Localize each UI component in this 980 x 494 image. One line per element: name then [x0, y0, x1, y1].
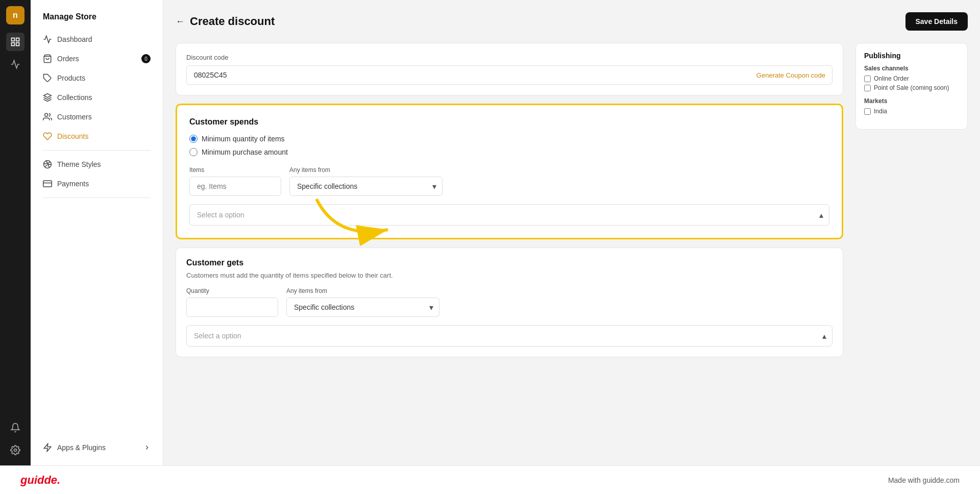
sidebar-icon-shop[interactable]	[6, 33, 24, 51]
publishing-card: Publishing Sales channels Online Order P…	[855, 43, 968, 130]
svg-point-8	[45, 113, 48, 116]
items-field-group: Items	[189, 166, 281, 196]
svg-marker-12	[44, 444, 51, 452]
sidebar-item-discounts[interactable]: Discounts	[31, 127, 163, 146]
select-option-dropdown[interactable]: Select a option	[189, 204, 829, 226]
nav-divider-2	[43, 197, 151, 198]
main-content: ← Create discount Save Details Discount …	[163, 0, 980, 465]
sidebar-item-payments[interactable]: Payments	[31, 174, 163, 193]
quantity-label: Quantity	[186, 287, 278, 294]
generate-coupon-link[interactable]: Generate Coupon code	[756, 71, 825, 79]
customer-gets-title: Customer gets	[186, 258, 832, 267]
payments-icon	[43, 179, 52, 188]
svg-marker-7	[44, 94, 52, 98]
any-items-from-select[interactable]: Specific collections	[289, 177, 443, 196]
pos-checkbox-item: Point of Sale (coming soon)	[864, 84, 959, 91]
chevron-right-icon	[143, 444, 151, 451]
svg-rect-1	[16, 38, 19, 41]
icon-sidebar: n	[0, 0, 31, 465]
page-header: ← Create discount Save Details	[176, 12, 968, 31]
back-button[interactable]: ←	[176, 16, 185, 27]
footer-tagline: Made with guidde.com	[888, 476, 960, 484]
sidebar-item-products[interactable]: Products	[31, 68, 163, 88]
nav-divider	[43, 150, 151, 151]
notification-icon[interactable]	[6, 418, 24, 437]
any-items-from-label: Any items from	[289, 166, 443, 174]
sidebar-icon-chart[interactable]	[6, 55, 24, 73]
sidebar-item-collections[interactable]: Collections	[31, 88, 163, 107]
customer-gets-items-row: Quantity Any items from Specific collect…	[186, 287, 832, 317]
orders-badge: 0	[141, 54, 151, 63]
india-checkbox-item: India	[864, 108, 959, 115]
products-icon	[43, 73, 52, 83]
sidebar-item-theme-styles[interactable]: Theme Styles	[31, 155, 163, 174]
code-input-wrapper: Generate Coupon code	[186, 65, 832, 85]
markets-label: Markets	[864, 97, 959, 105]
sidebar-item-dashboard[interactable]: Dashboard	[31, 30, 163, 49]
markets-section: Markets India	[864, 97, 959, 115]
radio-min-qty-input[interactable]	[189, 135, 198, 143]
theme-icon	[43, 160, 52, 169]
online-order-checkbox[interactable]	[864, 76, 871, 82]
items-input[interactable]	[189, 177, 281, 196]
publishing-title: Publishing	[864, 52, 959, 60]
apps-plugins-item[interactable]: Apps & Plugins	[31, 438, 163, 457]
app-logo[interactable]: n	[6, 6, 24, 24]
nav-panel: Manage Store Dashboard Orders 0 Products…	[31, 0, 163, 465]
quantity-input[interactable]	[186, 298, 278, 317]
gets-any-items-from-select[interactable]: Specific collections	[286, 298, 439, 317]
radio-group: Minimum quantity of items Minimum purcha…	[189, 135, 829, 156]
gets-any-items-from-group: Any items from Specific collections ▾	[286, 287, 439, 317]
items-label: Items	[189, 166, 281, 174]
svg-point-4	[14, 449, 17, 452]
footer: guidde. Made with guidde.com	[0, 465, 980, 494]
any-items-from-select-wrapper: Specific collections ▾	[289, 177, 443, 196]
svg-rect-2	[16, 43, 19, 46]
settings-icon[interactable]	[6, 441, 24, 459]
discounts-icon	[43, 132, 52, 141]
dashboard-icon	[43, 35, 52, 44]
sales-channels-section: Sales channels Online Order Point of Sal…	[864, 65, 959, 91]
page-title: Create discount	[190, 15, 275, 28]
title-row: ← Create discount	[176, 15, 275, 28]
any-items-from-group: Any items from Specific collections ▾	[289, 166, 443, 196]
svg-rect-10	[43, 181, 52, 187]
store-title: Manage Store	[31, 8, 163, 30]
radio-min-qty[interactable]: Minimum quantity of items	[189, 135, 829, 143]
svg-rect-0	[12, 38, 15, 41]
orders-icon	[43, 54, 52, 63]
sidebar-item-orders[interactable]: Orders 0	[31, 49, 163, 68]
gets-select-option-row: Select a option ▴	[186, 325, 832, 347]
discount-code-card: Discount code Generate Coupon code	[176, 43, 843, 95]
footer-logo: guidde.	[20, 474, 60, 487]
quantity-field-group: Quantity	[186, 287, 278, 317]
customer-spends-card: Customer spends Minimum quantity of item…	[176, 104, 843, 239]
sales-channels-label: Sales channels	[864, 65, 959, 72]
content-layout: Discount code Generate Coupon code Custo…	[176, 43, 968, 357]
gets-select-option-dropdown[interactable]: Select a option	[186, 325, 832, 347]
discount-code-input[interactable]	[186, 65, 832, 85]
gets-any-items-from-label: Any items from	[286, 287, 439, 294]
sidebar-item-customers[interactable]: Customers	[31, 107, 163, 127]
online-order-checkbox-item: Online Order	[864, 75, 959, 82]
select-option-row: Select a option ▴	[189, 204, 829, 226]
right-sidebar: Publishing Sales channels Online Order P…	[855, 43, 968, 357]
svg-rect-3	[12, 43, 15, 46]
collections-icon	[43, 93, 52, 102]
gets-any-items-from-select-wrapper: Specific collections ▾	[286, 298, 439, 317]
customers-icon	[43, 112, 52, 121]
india-checkbox[interactable]	[864, 108, 871, 115]
items-row: Items Any items from Specific collection…	[189, 166, 829, 196]
customer-spends-title: Customer spends	[189, 117, 829, 127]
apps-icon	[43, 443, 52, 452]
content-main: Discount code Generate Coupon code Custo…	[176, 43, 843, 357]
radio-min-amount[interactable]: Minimum purchase amount	[189, 148, 829, 156]
radio-min-amount-input[interactable]	[189, 148, 198, 156]
save-details-button[interactable]: Save Details	[905, 12, 968, 31]
pos-checkbox[interactable]	[864, 85, 871, 91]
discount-code-label: Discount code	[186, 54, 832, 61]
customer-gets-subtitle: Customers must add the quantity of items…	[186, 271, 832, 279]
customer-gets-card: Customer gets Customers must add the qua…	[176, 248, 843, 357]
